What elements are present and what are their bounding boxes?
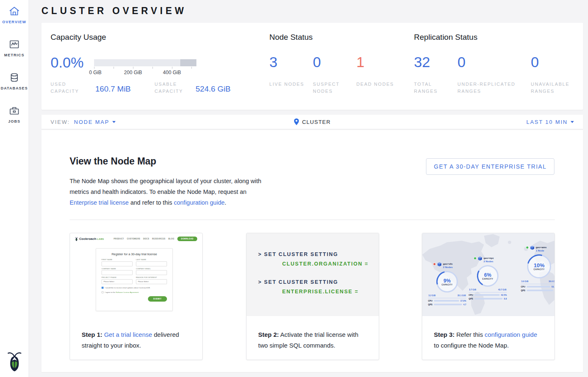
view-selector-value: NODE MAP bbox=[74, 119, 109, 125]
mini-field-first-name: FIRST NAME bbox=[102, 259, 133, 266]
node-cube-icon bbox=[437, 262, 442, 267]
chevron-down-icon bbox=[571, 121, 574, 123]
capacity-tick bbox=[133, 67, 133, 69]
database-icon bbox=[9, 72, 20, 83]
cpu-sparkline bbox=[474, 294, 500, 296]
briefcase-icon bbox=[9, 105, 20, 116]
unavailable-ranges-value: 0 bbox=[531, 53, 578, 71]
sql-setting: CLUSTER.ORGANIZATION = bbox=[258, 261, 379, 267]
description-text: The Node Map shows the geographical layo… bbox=[70, 178, 261, 195]
dead-nodes-label: DEAD NODES bbox=[356, 81, 396, 88]
step2-label: Step 2: bbox=[258, 331, 279, 338]
location-pin-icon bbox=[294, 118, 299, 125]
sidebar-item-databases[interactable]: DATABASES bbox=[0, 66, 29, 99]
cockroachdb-logo bbox=[7, 350, 22, 372]
sidebar: OVERVIEW METRICS DATABASES JOBS bbox=[0, 0, 29, 377]
suspect-nodes-stat: 0 SUSPECT NODES bbox=[313, 53, 353, 95]
node-map-heading: View the Node Map bbox=[70, 156, 156, 167]
capacity-tick bbox=[191, 67, 192, 69]
section-divider bbox=[70, 220, 555, 220]
node-status-title: Node Status bbox=[269, 33, 313, 42]
mini-field-company-email: COMPANY EMAIL bbox=[136, 268, 167, 276]
mini-cockroach-logo-icon bbox=[75, 237, 78, 241]
unavailable-ranges-stat: 0 UNAVAILABLE RANGES bbox=[531, 53, 578, 95]
replication-status-title: Replication Status bbox=[414, 33, 477, 42]
time-range-dropdown[interactable]: LAST 10 MIN bbox=[526, 119, 583, 125]
node-map-panel: View the Node Map The Node Map shows the… bbox=[41, 130, 583, 372]
enterprise-trial-button[interactable]: GET A 30-DAY ENTERPRISE TRIAL bbox=[426, 158, 554, 175]
capacity-tick-label-0: 0 GiB bbox=[89, 70, 102, 75]
configuration-guide-link[interactable]: configuration guide bbox=[174, 199, 225, 206]
mini-nav-resources: RESOURCES bbox=[152, 238, 165, 240]
step3-label: Step 3: bbox=[434, 331, 455, 338]
step1-label: Step 1: bbox=[82, 331, 102, 338]
capacity-ring: 10% CAPACITY bbox=[527, 254, 551, 278]
step3-card: geo=sfo2 Nodes 9% CAPACITY 3.2 GiB35.1 G… bbox=[422, 233, 555, 360]
mini-site-header: Cockroach LABS PRODUCT CUSTOMERS DOCS RE… bbox=[70, 233, 202, 241]
metrics-icon bbox=[9, 39, 20, 50]
dead-nodes-stat: 1 DEAD NODES bbox=[356, 53, 396, 88]
checkbox-checked-icon bbox=[102, 287, 104, 289]
sidebar-item-jobs[interactable]: JOBS bbox=[0, 99, 29, 133]
capacity-bar bbox=[94, 59, 196, 66]
mini-trial-form: Register for a 30-day trial license FIRS… bbox=[96, 248, 173, 311]
cluster-summary-card: Capacity Usage 0.0% 0 GiB 200 GiB 400 Gi… bbox=[41, 23, 583, 110]
capacity-tick-label-400: 400 GiB bbox=[163, 70, 181, 75]
mini-site-nav: PRODUCT CUSTOMERS DOCS RESOURCES BLOG DO… bbox=[114, 237, 197, 241]
node-map-description: The Node Map shows the geographical layo… bbox=[70, 176, 264, 208]
live-nodes-value: 3 bbox=[269, 53, 309, 71]
get-trial-license-link[interactable]: Get a trial license bbox=[104, 331, 152, 338]
main-content: CLUSTER OVERVIEW Capacity Usage 0.0% 0 G… bbox=[29, 0, 588, 377]
chevron-down-icon bbox=[112, 121, 116, 123]
page-title: CLUSTER OVERVIEW bbox=[41, 5, 187, 17]
map-node-sfo: geo=sfo2 Nodes 9% CAPACITY 3.2 GiB35.1 G… bbox=[428, 262, 466, 306]
node-cube-icon bbox=[530, 246, 535, 250]
live-status-dot-icon bbox=[526, 246, 529, 249]
sidebar-item-metrics[interactable]: METRICS bbox=[0, 33, 29, 66]
capacity-usage-title: Capacity Usage bbox=[51, 33, 106, 42]
capacity-tick bbox=[152, 67, 153, 69]
view-bar: VIEW: NODE MAP CLUSTER LAST 10 MIN bbox=[41, 115, 583, 129]
step1-caption: Step 1: Get a trial license delivered st… bbox=[70, 316, 202, 351]
configuration-guide-link[interactable]: configuration guide bbox=[485, 331, 537, 338]
sql-command: > SET CLUSTER SETTING bbox=[258, 279, 379, 285]
mini-nav-product: PRODUCT bbox=[114, 238, 124, 240]
total-ranges-value: 32 bbox=[414, 53, 454, 71]
mini-submit-button: SUBMIT bbox=[148, 296, 167, 302]
capacity-tick bbox=[94, 67, 94, 69]
map-node-nyc: geo=nyc2 Nodes 6% CAPACITY 3.7 GiB43.7 G… bbox=[469, 256, 507, 300]
dead-nodes-value: 1 bbox=[356, 53, 396, 71]
step1-card: Cockroach LABS PRODUCT CUSTOMERS DOCS RE… bbox=[70, 233, 203, 360]
usable-capacity-label: USABLE CAPACITY bbox=[155, 81, 194, 95]
step3-text: Refer this bbox=[456, 331, 484, 338]
capacity-ring: 9% CAPACITY bbox=[436, 271, 458, 292]
step3-map-illustration: geo=sfo2 Nodes 9% CAPACITY 3.2 GiB35.1 G… bbox=[422, 233, 554, 316]
under-replicated-ranges-stat: 0 UNDER-REPLICATED RANGES bbox=[457, 53, 526, 95]
cpu-sparkline bbox=[527, 286, 550, 288]
view-selector-dropdown[interactable]: NODE MAP bbox=[74, 119, 116, 125]
qps-sparkline bbox=[434, 304, 462, 305]
mini-form-title: Register for a 30-day trial license bbox=[102, 252, 167, 256]
usable-capacity-value: 524.6 GiB bbox=[196, 85, 231, 94]
mini-download-button: DOWNLOAD bbox=[177, 237, 197, 241]
sidebar-item-overview[interactable]: OVERVIEW bbox=[0, 0, 29, 33]
time-range-value: LAST 10 MIN bbox=[526, 119, 568, 125]
under-replicated-ranges-label: UNDER-REPLICATED RANGES bbox=[457, 81, 526, 95]
checkbox-unchecked-icon bbox=[102, 291, 104, 293]
step2-card: > SET CLUSTER SETTING CLUSTER.ORGANIZATI… bbox=[246, 233, 379, 360]
enterprise-trial-license-link[interactable]: Enterprise trial license bbox=[70, 199, 129, 206]
sidebar-label-jobs: JOBS bbox=[8, 119, 20, 123]
breadcrumb-cluster: CLUSTER bbox=[302, 119, 331, 125]
mini-field-company-name: COMPANY NAME bbox=[102, 268, 133, 276]
capacity-percent: 0.0% bbox=[51, 54, 84, 71]
capacity-tick-label-200: 200 GiB bbox=[124, 70, 142, 75]
capacity-bar-reserved-segment bbox=[180, 59, 196, 66]
dead-status-dot-icon bbox=[433, 263, 436, 266]
total-ranges-stat: 32 TOTAL RANGES bbox=[414, 53, 454, 95]
capacity-tick bbox=[114, 67, 114, 69]
live-nodes-stat: 3 LIVE NODES bbox=[269, 53, 309, 88]
brand-suffix: LABS bbox=[97, 238, 104, 240]
total-ranges-label: TOTAL RANGES bbox=[414, 81, 454, 95]
step3-caption: Step 3: Refer this configuration guide t… bbox=[422, 316, 554, 351]
capacity-ring: 6% CAPACITY bbox=[477, 265, 498, 287]
